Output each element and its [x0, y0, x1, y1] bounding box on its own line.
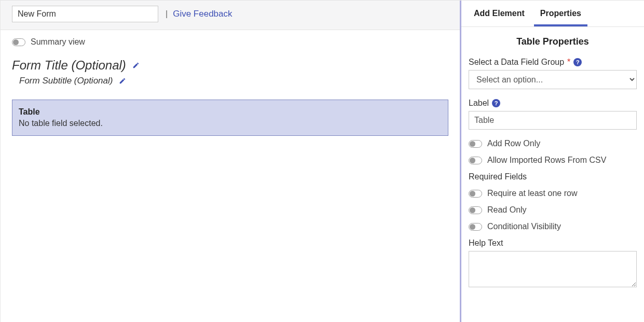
- data-field-group-label-text: Select a Data Field Group: [469, 58, 564, 67]
- form-canvas: Summary view Form Title (Optional) Form …: [1, 30, 460, 322]
- summary-view-toggle-row: Summary view: [12, 37, 448, 47]
- label-field-label: Label ?: [469, 99, 637, 108]
- label-field: Label ?: [469, 99, 637, 130]
- conditional-visibility-row: Conditional Visibility: [469, 222, 637, 231]
- help-text-label-text: Help Text: [469, 239, 503, 248]
- main-canvas-area: | Give Feedback Summary view Form Title …: [0, 1, 461, 322]
- label-field-label-text: Label: [469, 99, 489, 108]
- add-row-only-toggle[interactable]: [469, 140, 482, 148]
- properties-title: Table Properties: [469, 36, 637, 47]
- form-name-input[interactable]: [12, 6, 158, 22]
- tab-properties[interactable]: Properties: [534, 1, 587, 26]
- help-icon[interactable]: ?: [573, 58, 582, 66]
- table-block-title: Table: [19, 107, 442, 117]
- allow-csv-row: Allow Imported Rows From CSV: [469, 156, 637, 165]
- form-subtitle-placeholder[interactable]: Form Subtitle (Optional): [19, 76, 113, 86]
- tab-add-element[interactable]: Add Element: [468, 1, 531, 26]
- edit-subtitle-icon[interactable]: [119, 77, 126, 85]
- form-title-row: Form Title (Optional): [12, 58, 448, 73]
- app-root: | Give Feedback Summary view Form Title …: [0, 0, 644, 322]
- help-text-field: Help Text: [469, 239, 637, 289]
- give-feedback-link[interactable]: Give Feedback: [173, 9, 232, 19]
- data-field-group-field: Select a Data Field Group * ? Select an …: [469, 58, 637, 89]
- allow-csv-toggle[interactable]: [469, 157, 482, 164]
- required-asterisk: *: [567, 58, 570, 67]
- summary-view-label: Summary view: [31, 37, 85, 47]
- require-one-row-label: Require at least one row: [487, 189, 577, 198]
- help-text-textarea[interactable]: [469, 251, 637, 287]
- label-input[interactable]: [469, 111, 637, 130]
- summary-view-toggle[interactable]: [12, 38, 25, 46]
- require-one-row-row: Require at least one row: [469, 189, 637, 198]
- side-tabs: Add Element Properties: [461, 1, 644, 27]
- form-title-placeholder[interactable]: Form Title (Optional): [12, 58, 126, 73]
- help-icon[interactable]: ?: [492, 99, 500, 107]
- properties-panel: Table Properties Select a Data Field Gro…: [461, 27, 644, 322]
- help-text-label: Help Text: [469, 239, 637, 248]
- form-subtitle-row: Form Subtitle (Optional): [19, 76, 448, 86]
- add-row-only-row: Add Row Only: [469, 139, 637, 148]
- read-only-row: Read Only: [469, 205, 637, 215]
- read-only-toggle[interactable]: [469, 206, 482, 214]
- data-field-group-select[interactable]: Select an option...: [469, 70, 637, 89]
- side-panel: Add Element Properties Table Properties …: [461, 1, 644, 322]
- top-bar: | Give Feedback: [1, 1, 460, 30]
- table-block-message: No table field selected.: [19, 119, 442, 128]
- conditional-visibility-label: Conditional Visibility: [487, 222, 561, 231]
- conditional-visibility-toggle[interactable]: [469, 223, 482, 231]
- add-row-only-label: Add Row Only: [487, 139, 540, 148]
- table-element-block[interactable]: Table No table field selected.: [12, 100, 448, 136]
- read-only-label: Read Only: [487, 205, 527, 215]
- required-fields-header: Required Fields: [469, 172, 637, 181]
- edit-title-icon[interactable]: [132, 62, 140, 69]
- require-one-row-toggle[interactable]: [469, 190, 482, 198]
- data-field-group-label: Select a Data Field Group * ?: [469, 58, 637, 67]
- topbar-divider: |: [166, 9, 168, 19]
- allow-csv-label: Allow Imported Rows From CSV: [487, 156, 606, 165]
